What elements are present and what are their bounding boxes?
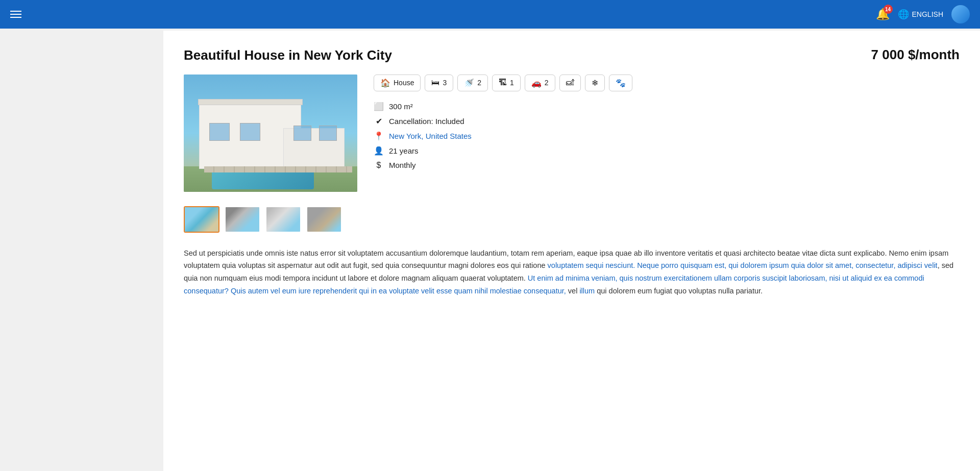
badge-ac[interactable]: ❄ [585,75,605,91]
listing-title: Beautiful House in New York City [184,47,392,64]
page-body: Beautiful House in New York City 7 000 $… [0,2,980,471]
area-icon: ⬜ [374,102,384,111]
payment-text: Monthly [389,161,416,169]
sidebar [0,31,163,471]
user-avatar[interactable] [951,5,970,23]
hamburger-menu[interactable] [10,11,21,18]
listing-price: 7 000 $/month [871,47,960,63]
notification-badge: 14 [884,5,893,14]
detail-location: 📍 New York, United States [374,131,960,141]
details-section: 🏠 House 🛏 3 🚿 2 🏗 1 [374,75,960,247]
badge-beds[interactable]: 🛏 3 [425,75,453,91]
detail-area: ⬜ 300 m² [374,102,960,111]
badge-floors-label: 1 [510,79,514,87]
thumbnail-2[interactable] [225,206,260,233]
detail-cancellation: ✔ Cancellation: Included [374,116,960,126]
badge-beds-label: 3 [443,79,447,87]
desc-text-4: qui dolorem eum fugiat quo voluptas null… [595,287,763,295]
notification-button[interactable]: 🔔 14 [876,8,890,21]
listing-description: Sed ut perspiciatis unde omnis iste natu… [184,247,960,298]
header-left [10,11,21,18]
checkmark-icon: ✔ [374,116,384,126]
dollar-icon: $ [374,161,384,170]
main-property-image[interactable] [184,75,357,192]
car-icon: 🚗 [531,78,542,88]
snowflake-icon: ❄ [592,78,598,88]
badge-parking-label: 2 [545,79,549,87]
main-image-section: 🏠 House 🛏 3 🚿 2 🏗 1 [184,75,960,247]
badge-furnished[interactable]: 🛋 [559,75,581,91]
badge-baths[interactable]: 🚿 2 [457,75,488,91]
thumbnails-row [184,206,357,233]
property-details: ⬜ 300 m² ✔ Cancellation: Included 📍 New … [374,102,960,170]
thumbnail-4[interactable] [306,206,342,233]
header: 🔔 14 🌐 ENGLISH [0,0,980,29]
detail-age: 👤 21 years [374,146,960,156]
badge-house-label: House [394,79,414,87]
desc-text-blue-1: voluptatem sequi nesciunt. Neque porro q… [548,261,938,269]
location-text: New York, United States [389,132,472,140]
header-right: 🔔 14 🌐 ENGLISH [876,5,970,23]
detail-payment: $ Monthly [374,161,960,170]
age-text: 21 years [389,146,419,155]
avatar-image [951,5,970,23]
thumb-image-2 [226,207,259,232]
language-selector[interactable]: 🌐 ENGLISH [898,9,943,20]
badge-floors[interactable]: 🏗 1 [492,75,521,91]
badge-baths-label: 2 [477,79,481,87]
feature-badges: 🏠 House 🛏 3 🚿 2 🏗 1 [374,75,960,91]
person-icon: 👤 [374,146,384,156]
house-illustration [184,75,357,192]
thumb-image-3 [266,207,300,232]
thumb-image-1 [185,207,218,232]
area-value: 300 m² [389,102,413,111]
globe-icon: 🌐 [898,9,909,20]
home-icon: 🏠 [380,78,390,88]
thumb-image-4 [307,207,341,232]
desc-text-blue-3: illum [579,287,595,295]
thumbnail-3[interactable] [265,206,301,233]
bed-icon: 🛏 [431,78,439,87]
listing-header: Beautiful House in New York City 7 000 $… [184,47,960,64]
language-label: ENGLISH [912,10,943,18]
location-pin-icon: 📍 [374,131,384,141]
cancellation-text: Cancellation: Included [389,117,464,126]
badge-pets[interactable]: 🐾 [609,75,632,91]
badge-parking[interactable]: 🚗 2 [525,75,555,91]
paw-icon: 🐾 [616,78,626,88]
main-content: Beautiful House in New York City 7 000 $… [163,31,980,471]
thumbnail-1[interactable] [184,206,219,233]
sofa-icon: 🛋 [566,78,574,87]
badge-house[interactable]: 🏠 House [374,75,421,91]
main-image-wrapper [184,75,357,247]
desc-text-3: vel [566,287,580,295]
bath-icon: 🚿 [464,78,474,88]
building-icon: 🏗 [499,78,507,87]
